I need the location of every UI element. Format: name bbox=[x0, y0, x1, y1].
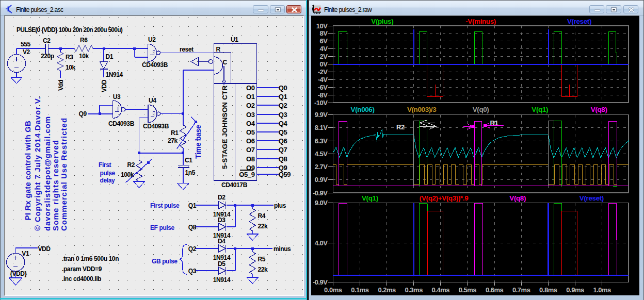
svg-text:0.5ms: 0.5ms bbox=[459, 286, 477, 294]
svg-text:V(plus): V(plus) bbox=[371, 18, 393, 25]
svg-text:2V: 2V bbox=[320, 53, 328, 60]
svg-text:U4: U4 bbox=[149, 97, 156, 104]
svg-text:R5: R5 bbox=[258, 256, 266, 263]
svg-text:Q2: Q2 bbox=[188, 245, 197, 253]
svg-text:4.5V: 4.5V bbox=[315, 150, 328, 158]
svg-text:2.7V: 2.7V bbox=[315, 163, 328, 171]
svg-text:-4V: -4V bbox=[318, 76, 328, 84]
svg-text:CD4093B: CD4093B bbox=[108, 120, 135, 127]
svg-text:V(q1): V(q1) bbox=[532, 106, 548, 113]
svg-text:V(q8): V(q8) bbox=[509, 194, 526, 202]
svg-text:davorslistdepot@gmail.com: davorslistdepot@gmail.com bbox=[43, 116, 52, 231]
svg-text:CD4017B: CD4017B bbox=[221, 181, 248, 189]
svg-text:1n5: 1n5 bbox=[185, 169, 196, 176]
svg-text:VDD: VDD bbox=[38, 245, 51, 253]
svg-text:Q3: Q3 bbox=[188, 268, 197, 275]
svg-text:0.6ms: 0.6ms bbox=[486, 286, 504, 294]
svg-text:Q7: Q7 bbox=[279, 146, 287, 154]
svg-text:.inc cd4000.lib: .inc cd4000.lib bbox=[62, 275, 101, 282]
svg-text:O2: O2 bbox=[246, 102, 255, 109]
svg-text:C: C bbox=[223, 59, 228, 66]
svg-text:R1: R1 bbox=[171, 129, 179, 137]
svg-text:CD4093B: CD4093B bbox=[143, 123, 169, 130]
svg-text:C2: C2 bbox=[43, 37, 51, 44]
svg-text:U2: U2 bbox=[148, 36, 156, 43]
svg-text:Q0: Q0 bbox=[279, 84, 287, 92]
svg-text:V(q1): V(q1) bbox=[362, 194, 378, 202]
svg-text:pulse: pulse bbox=[100, 170, 116, 177]
svg-text:Q5: Q5 bbox=[279, 128, 287, 136]
svg-text:Commercial Use Restricted: Commercial Use Restricted bbox=[59, 118, 68, 231]
svg-text:PULSE(0 {VDD} 100u 20n 20n 200: PULSE(0 {VDD} 100u 20n 20n 200u 500u) bbox=[17, 26, 123, 34]
svg-text:1N914: 1N914 bbox=[213, 276, 231, 284]
svg-text:reset: reset bbox=[180, 46, 194, 53]
svg-text:Q2: Q2 bbox=[279, 102, 287, 109]
svg-text:plus: plus bbox=[274, 202, 286, 209]
svg-text:.tran 0 1m6 500u 10n: .tran 0 1m6 500u 10n bbox=[62, 255, 119, 262]
svg-text:4V: 4V bbox=[320, 45, 328, 53]
svg-text:-0.9V: -0.9V bbox=[313, 278, 328, 286]
svg-text:Q59: Q59 bbox=[279, 171, 291, 178]
svg-text:Q6: Q6 bbox=[279, 137, 287, 145]
svg-text:0.7ms: 0.7ms bbox=[512, 286, 530, 294]
svg-text:D5: D5 bbox=[218, 260, 226, 268]
svg-text:First pulse: First pulse bbox=[150, 202, 180, 209]
svg-text:1.0ms: 1.0ms bbox=[593, 286, 611, 294]
svg-text:R4: R4 bbox=[258, 212, 266, 220]
svg-text:V(n006): V(n006) bbox=[351, 106, 375, 113]
svg-text:22k: 22k bbox=[258, 223, 268, 230]
svg-text:0.0ms: 0.0ms bbox=[324, 286, 342, 294]
svg-text:Q8: Q8 bbox=[279, 155, 287, 163]
svg-text:D3: D3 bbox=[218, 216, 226, 224]
svg-text:-6V: -6V bbox=[318, 84, 328, 91]
svg-text:.param VDD=9: .param VDD=9 bbox=[62, 265, 102, 273]
svg-text:9.9V: 9.9V bbox=[315, 111, 328, 119]
svg-text:O7: O7 bbox=[246, 146, 255, 154]
svg-text:Q4: Q4 bbox=[279, 120, 288, 127]
svg-text:-2V: -2V bbox=[318, 68, 328, 76]
svg-text:delay: delay bbox=[100, 177, 115, 184]
svg-text:Time base: Time base bbox=[194, 125, 202, 159]
svg-text:220p: 220p bbox=[41, 53, 54, 60]
svg-text:Q8: Q8 bbox=[188, 224, 197, 231]
svg-text:Q1: Q1 bbox=[279, 93, 287, 101]
svg-text:1N914: 1N914 bbox=[106, 71, 123, 78]
svg-text:100k: 100k bbox=[121, 171, 134, 178]
svg-text:O0: O0 bbox=[246, 84, 255, 92]
svg-text:O6: O6 bbox=[246, 137, 255, 145]
svg-text:© Copyright 7 July 2014 Davor: © Copyright 7 July 2014 Davor V. bbox=[33, 96, 42, 231]
svg-text:First: First bbox=[99, 161, 111, 169]
svg-text:D4: D4 bbox=[218, 238, 226, 245]
svg-text:V1: V1 bbox=[22, 250, 29, 257]
svg-text:V(n003)/3: V(n003)/3 bbox=[407, 106, 437, 113]
svg-text:-8V: -8V bbox=[318, 91, 328, 99]
svg-text:R6: R6 bbox=[80, 37, 88, 44]
svg-text:D2: D2 bbox=[218, 194, 226, 201]
svg-text:4.0V: 4.0V bbox=[315, 239, 328, 247]
svg-text:0.9ms: 0.9ms bbox=[566, 286, 584, 294]
svg-text:O3: O3 bbox=[246, 111, 255, 119]
svg-text:O1: O1 bbox=[246, 93, 255, 101]
svg-text:Q3: Q3 bbox=[279, 111, 287, 119]
svg-text:-10V: -10V bbox=[314, 99, 328, 107]
svg-text:O4: O4 bbox=[246, 120, 255, 127]
svg-text:8.1V: 8.1V bbox=[315, 124, 328, 131]
svg-text:V(reset): V(reset) bbox=[579, 194, 604, 202]
svg-text:10V: 10V bbox=[316, 22, 328, 30]
svg-text:-0.9V: -0.9V bbox=[313, 189, 328, 197]
svg-text:0V: 0V bbox=[320, 60, 328, 68]
svg-text:5-STAGE JOHNSON CTR: 5-STAGE JOHNSON CTR bbox=[221, 86, 229, 169]
svg-text:(V(q2)+V(q3))*.9: (V(q2)+V(q3))*.9 bbox=[420, 194, 469, 202]
svg-text:R3: R3 bbox=[66, 54, 73, 61]
svg-text:10k: 10k bbox=[79, 53, 89, 60]
svg-text:Q1: Q1 bbox=[188, 202, 197, 209]
svg-text:O5_9: O5_9 bbox=[239, 171, 254, 178]
svg-text:V(q8): V(q8) bbox=[591, 106, 607, 113]
svg-text:6V: 6V bbox=[320, 37, 328, 45]
svg-text:0.8ms: 0.8ms bbox=[539, 286, 557, 294]
svg-text:PI Rx gate control with GB: PI Rx gate control with GB bbox=[23, 121, 32, 221]
svg-text:-V(minus): -V(minus) bbox=[465, 18, 496, 25]
svg-text:EF pulse: EF pulse bbox=[150, 224, 175, 231]
svg-text:Some rights reserved: Some rights reserved bbox=[51, 140, 60, 231]
svg-text:V2: V2 bbox=[23, 48, 30, 56]
